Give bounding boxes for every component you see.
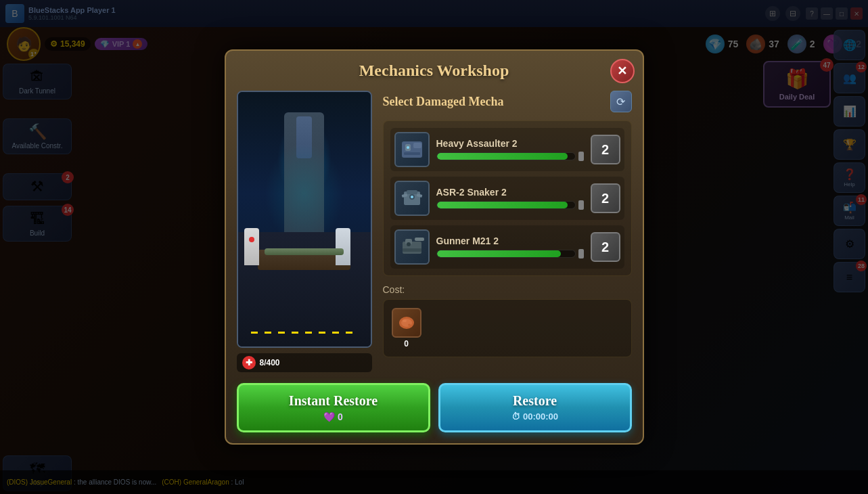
- mecha-row-1[interactable]: Heavy Assaulter 2 2: [390, 128, 624, 171]
- mecha-thumb-1: [394, 132, 430, 167]
- mecha-name-2: ASR-2 Snaker 2: [436, 187, 584, 198]
- section-title: Select Damaged Mecha: [383, 95, 504, 109]
- mecha-thumb-2: [394, 181, 430, 216]
- instant-cost-value: 0: [338, 411, 343, 422]
- warning-stripes: [251, 332, 357, 334]
- restore-time: ⏱ 00:00:00: [511, 411, 558, 422]
- mecha-row-2[interactable]: ASR-2 Snaker 2 2: [390, 177, 624, 220]
- instant-restore-cost: 💜 0: [323, 411, 343, 422]
- restore-time-value: 00:00:00: [523, 411, 558, 422]
- cost-label: Cost:: [383, 284, 632, 295]
- modal-right-content: Select Damaged Mecha ⟳: [383, 91, 632, 372]
- mechanics-workshop-modal: Mechanics Workshop ✕ i: [225, 49, 644, 445]
- mecha-details-1: Heavy Assaulter 2: [436, 138, 584, 161]
- cost-amount: 0: [404, 339, 409, 349]
- svg-point-18: [403, 319, 407, 322]
- teal-glow: [265, 143, 344, 244]
- mecha-image-panel: i: [237, 91, 372, 372]
- modal-body: i: [226, 91, 643, 383]
- mecha-thumb-3: [394, 229, 430, 265]
- svg-point-17: [401, 319, 412, 327]
- figure-right: [336, 228, 350, 265]
- mecha-bar-end-1: [578, 152, 584, 161]
- restore-label: Restore: [513, 393, 557, 409]
- workshop-scene: [238, 92, 371, 346]
- instant-restore-label: Instant Restore: [289, 393, 378, 409]
- svg-point-10: [411, 196, 413, 198]
- mecha-bar-bg-1: [436, 152, 576, 160]
- modal-overlay: Mechanics Workshop ✕ i: [0, 0, 868, 494]
- patient-body: [265, 248, 344, 255]
- mecha-bar-bg-2: [436, 201, 576, 209]
- modal-footer: Instant Restore 💜 0 Restore ⏱ 00:00:00: [226, 383, 643, 443]
- mecha-count-3: 2: [591, 232, 620, 262]
- cost-ore-icon: [392, 308, 421, 338]
- mecha-bar-wrap-1: [436, 152, 584, 161]
- mecha-bar-fill-1: [437, 153, 568, 160]
- svg-point-19: [408, 324, 411, 326]
- svg-point-14: [407, 242, 411, 246]
- svg-rect-4: [404, 152, 420, 155]
- cost-box: 0: [383, 299, 632, 357]
- mecha-list: Heavy Assaulter 2 2: [383, 120, 632, 276]
- svg-rect-13: [415, 238, 424, 241]
- figure-left: [244, 228, 259, 265]
- section-header: Select Damaged Mecha ⟳: [383, 91, 632, 112]
- instant-cost-icon: 💜: [323, 411, 335, 422]
- health-icon: ✚: [242, 356, 256, 369]
- mecha-bar-fill-3: [437, 250, 562, 257]
- modal-header: Mechanics Workshop ✕: [226, 51, 643, 91]
- svg-rect-6: [407, 190, 417, 194]
- cross-mark: [249, 237, 254, 242]
- mecha-count-1: 2: [591, 135, 620, 164]
- cost-item: 0: [392, 308, 421, 349]
- health-text: 8/400: [260, 358, 280, 367]
- mecha-details-2: ASR-2 Snaker 2: [436, 187, 584, 210]
- cost-section: Cost: 0: [383, 284, 632, 357]
- mecha-name-1: Heavy Assaulter 2: [436, 138, 584, 149]
- mecha-info-bar: ✚ 8/400: [237, 353, 372, 372]
- mecha-name-3: Gunner M21 2: [436, 235, 584, 246]
- svg-point-3: [407, 146, 409, 149]
- svg-rect-2: [413, 143, 421, 148]
- instant-restore-button[interactable]: Instant Restore 💜 0: [237, 383, 430, 432]
- restore-button[interactable]: Restore ⏱ 00:00:00: [438, 383, 632, 432]
- clock-icon: ⏱: [511, 411, 520, 422]
- mecha-bar-bg-3: [436, 250, 576, 258]
- mecha-bar-fill-2: [437, 202, 568, 208]
- workshop-image: i: [237, 91, 372, 348]
- mecha-row-3[interactable]: Gunner M21 2 2: [390, 225, 624, 269]
- mecha-bar-wrap-3: [436, 249, 584, 259]
- mecha-bar-wrap-2: [436, 200, 584, 210]
- modal-close-button[interactable]: ✕: [610, 59, 635, 83]
- mecha-details-3: Gunner M21 2: [436, 235, 584, 259]
- mecha-bar-end-3: [578, 249, 584, 259]
- modal-title: Mechanics Workshop: [237, 62, 632, 80]
- mecha-bar-end-2: [578, 200, 584, 210]
- svg-rect-15: [403, 248, 421, 252]
- refresh-button[interactable]: ⟳: [610, 91, 632, 112]
- mecha-count-2: 2: [591, 183, 620, 213]
